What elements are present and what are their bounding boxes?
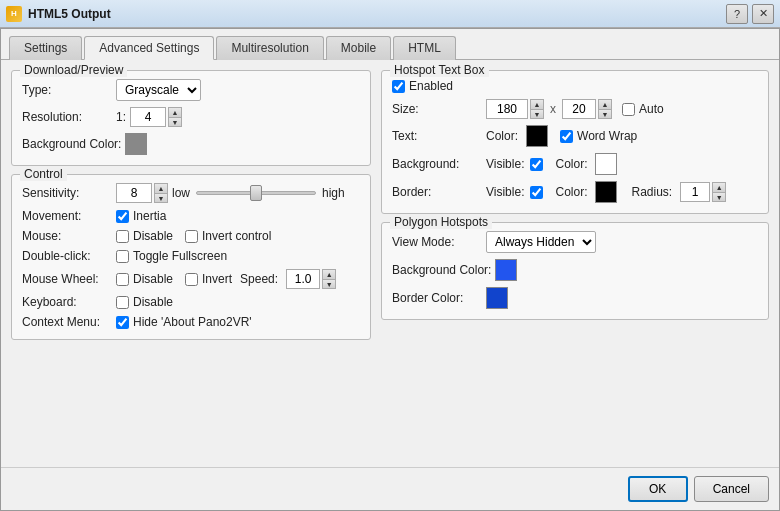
sensitivity-up-btn[interactable]: ▲ — [154, 183, 168, 193]
mouse-wheel-speed-up-btn[interactable]: ▲ — [322, 269, 336, 279]
context-menu-row: Context Menu: Hide 'About Pano2VR' — [22, 315, 360, 329]
mouse-wheel-invert-check[interactable]: Invert — [185, 272, 232, 286]
movement-inertia-label: Inertia — [133, 209, 166, 223]
mouse-wheel-speed-down-btn[interactable]: ▼ — [322, 279, 336, 289]
hotspot-height-down-btn[interactable]: ▼ — [598, 109, 612, 119]
hotspot-bg-label: Background: — [392, 157, 482, 171]
mouse-disable-checkbox[interactable] — [116, 230, 129, 243]
movement-row: Movement: Inertia — [22, 209, 360, 223]
hotspot-bg-visible-checkbox[interactable] — [530, 158, 543, 171]
close-button[interactable]: ✕ — [752, 4, 774, 24]
sensitivity-input[interactable] — [116, 183, 152, 203]
hotspot-word-wrap-checkbox[interactable] — [560, 130, 573, 143]
hotspot-bg-color-swatch[interactable] — [595, 153, 617, 175]
hotspot-word-wrap-check[interactable]: Word Wrap — [560, 129, 637, 143]
hotspot-border-visible-checkbox[interactable] — [530, 186, 543, 199]
hotspot-auto-check[interactable]: Auto — [622, 102, 664, 116]
hotspot-border-visible-check[interactable] — [530, 186, 543, 199]
hotspot-width-up-btn[interactable]: ▲ — [530, 99, 544, 109]
tab-mobile[interactable]: Mobile — [326, 36, 391, 60]
hotspot-enabled-row: Enabled — [392, 79, 758, 93]
tab-multiresolution[interactable]: Multiresolution — [216, 36, 323, 60]
mouse-wheel-speed-label: Speed: — [240, 272, 278, 286]
button-row: OK Cancel — [1, 467, 779, 510]
resolution-down-btn[interactable]: ▼ — [168, 117, 182, 127]
resolution-row: Resolution: 1: ▲ ▼ — [22, 107, 360, 127]
keyboard-disable-label: Disable — [133, 295, 173, 309]
type-select[interactable]: Grayscale Color None — [116, 79, 201, 101]
mouse-wheel-label: Mouse Wheel: — [22, 272, 112, 286]
movement-inertia-checkbox[interactable] — [116, 210, 129, 223]
hotspot-text-color-swatch[interactable] — [526, 125, 548, 147]
hotspot-height-up-btn[interactable]: ▲ — [598, 99, 612, 109]
title-bar-left: H HTML5 Output — [6, 6, 111, 22]
keyboard-row: Keyboard: Disable — [22, 295, 360, 309]
hotspot-height-spinner: ▲ ▼ — [562, 99, 612, 119]
polygon-bg-color-label: Background Color: — [392, 263, 491, 277]
ok-button[interactable]: OK — [628, 476, 688, 502]
mouse-wheel-disable-checkbox[interactable] — [116, 273, 129, 286]
mouse-wheel-row: Mouse Wheel: Disable Invert Speed: ▲ — [22, 269, 360, 289]
tab-settings[interactable]: Settings — [9, 36, 82, 60]
hotspot-text-box-title: Hotspot Text Box — [390, 63, 489, 77]
hotspot-border-radius-up-btn[interactable]: ▲ — [712, 182, 726, 192]
context-menu-hide-checkbox[interactable] — [116, 316, 129, 329]
hotspot-height-input[interactable] — [562, 99, 596, 119]
double-click-toggle-checkbox[interactable] — [116, 250, 129, 263]
mouse-wheel-disable-check[interactable]: Disable — [116, 272, 173, 286]
hotspot-border-radius-spinner-btns: ▲ ▼ — [712, 182, 726, 202]
hotspot-text-row: Text: Color: Word Wrap — [392, 125, 758, 147]
hotspot-border-radius-input[interactable] — [680, 182, 710, 202]
mouse-disable-label: Disable — [133, 229, 173, 243]
double-click-toggle-check[interactable]: Toggle Fullscreen — [116, 249, 227, 263]
hotspot-bg-visible-label: Visible: — [486, 157, 524, 171]
mouse-wheel-speed-spinner: ▲ ▼ — [286, 269, 336, 289]
mouse-wheel-invert-checkbox[interactable] — [185, 273, 198, 286]
bg-color-swatch[interactable] — [125, 133, 147, 155]
movement-inertia-check[interactable]: Inertia — [116, 209, 166, 223]
resolution-up-btn[interactable]: ▲ — [168, 107, 182, 117]
hotspot-bg-visible-check[interactable] — [530, 158, 543, 171]
keyboard-disable-checkbox[interactable] — [116, 296, 129, 309]
hotspot-border-radius-down-btn[interactable]: ▼ — [712, 192, 726, 202]
sensitivity-slider-track[interactable] — [196, 191, 316, 195]
mouse-invert-checkbox[interactable] — [185, 230, 198, 243]
hotspot-word-wrap-label: Word Wrap — [577, 129, 637, 143]
sensitivity-high-label: high — [322, 186, 345, 200]
sensitivity-down-btn[interactable]: ▼ — [154, 193, 168, 203]
hotspot-border-visible-label: Visible: — [486, 185, 524, 199]
mouse-disable-check[interactable]: Disable — [116, 229, 173, 243]
hotspot-enabled-check[interactable]: Enabled — [392, 79, 453, 93]
right-panel: Hotspot Text Box Enabled Size: ▲ — [381, 70, 769, 457]
hotspot-border-radius-spinner: ▲ ▼ — [680, 182, 726, 202]
polygon-bg-color-swatch[interactable] — [495, 259, 517, 281]
hotspot-size-row: Size: ▲ ▼ x ▲ ▼ — [392, 99, 758, 119]
mouse-label: Mouse: — [22, 229, 112, 243]
view-mode-select[interactable]: Always Hidden Always Visible Mouse Over — [486, 231, 596, 253]
context-menu-hide-check[interactable]: Hide 'About Pano2VR' — [116, 315, 252, 329]
app-icon: H — [6, 6, 22, 22]
help-button[interactable]: ? — [726, 4, 748, 24]
tab-advanced-settings[interactable]: Advanced Settings — [84, 36, 214, 60]
keyboard-label: Keyboard: — [22, 295, 112, 309]
hotspot-auto-checkbox[interactable] — [622, 103, 635, 116]
mouse-invert-check[interactable]: Invert control — [185, 229, 271, 243]
polygon-border-color-swatch[interactable] — [486, 287, 508, 309]
view-mode-label: View Mode: — [392, 235, 482, 249]
mouse-wheel-speed-input[interactable] — [286, 269, 320, 289]
hotspot-border-label: Border: — [392, 185, 482, 199]
tab-html[interactable]: HTML — [393, 36, 456, 60]
context-menu-label: Context Menu: — [22, 315, 112, 329]
keyboard-disable-check[interactable]: Disable — [116, 295, 173, 309]
sensitivity-slider-thumb[interactable] — [250, 185, 262, 201]
cancel-button[interactable]: Cancel — [694, 476, 769, 502]
hotspot-text-box-group: Hotspot Text Box Enabled Size: ▲ — [381, 70, 769, 214]
hotspot-enabled-checkbox[interactable] — [392, 80, 405, 93]
hotspot-border-color-swatch[interactable] — [595, 181, 617, 203]
hotspot-width-input[interactable] — [486, 99, 528, 119]
type-label: Type: — [22, 83, 112, 97]
resolution-input[interactable] — [130, 107, 166, 127]
bg-color-row: Background Color: — [22, 133, 360, 155]
hotspot-size-x: x — [548, 102, 558, 116]
hotspot-width-down-btn[interactable]: ▼ — [530, 109, 544, 119]
